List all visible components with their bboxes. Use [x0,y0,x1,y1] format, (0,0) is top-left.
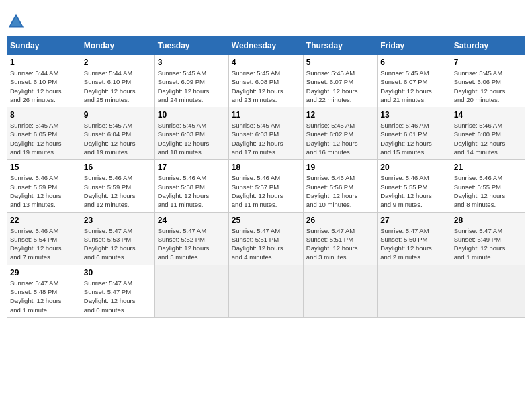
day-info: Sunrise: 5:47 AM Sunset: 5:48 PM Dayligh… [10,279,78,314]
day-number: 29 [10,268,78,277]
day-info: Sunrise: 5:44 AM Sunset: 6:10 PM Dayligh… [10,68,78,104]
calendar-cell: 26Sunrise: 5:47 AM Sunset: 5:51 PM Dayli… [303,212,377,265]
day-number: 27 [380,216,447,225]
calendar-cell: 5Sunrise: 5:45 AM Sunset: 6:07 PM Daylig… [303,55,377,107]
day-info: Sunrise: 5:45 AM Sunset: 6:03 PM Dayligh… [232,121,300,156]
calendar-week-row: 29Sunrise: 5:47 AM Sunset: 5:48 PM Dayli… [7,265,525,317]
calendar-table: SundayMondayTuesdayWednesdayThursdayFrid… [7,36,525,318]
calendar-cell: 1Sunrise: 5:44 AM Sunset: 6:10 PM Daylig… [7,55,81,107]
day-number: 19 [306,163,374,172]
calendar-cell: 13Sunrise: 5:46 AM Sunset: 6:01 PM Dayli… [378,107,451,160]
day-info: Sunrise: 5:47 AM Sunset: 5:51 PM Dayligh… [306,226,374,262]
day-info: Sunrise: 5:47 AM Sunset: 5:50 PM Dayligh… [380,226,447,262]
day-info: Sunrise: 5:46 AM Sunset: 5:54 PM Dayligh… [10,226,78,262]
day-number: 5 [306,58,374,67]
day-number: 22 [10,216,78,225]
calendar-cell: 16Sunrise: 5:46 AM Sunset: 5:59 PM Dayli… [81,160,154,212]
calendar-cell: 2Sunrise: 5:44 AM Sunset: 6:10 PM Daylig… [81,55,154,107]
weekday-header-friday: Friday [378,37,451,55]
calendar-week-row: 1Sunrise: 5:44 AM Sunset: 6:10 PM Daylig… [7,55,525,107]
calendar-cell: 22Sunrise: 5:46 AM Sunset: 5:54 PM Dayli… [7,212,81,265]
weekday-header-sunday: Sunday [7,37,81,55]
calendar-cell: 28Sunrise: 5:47 AM Sunset: 5:49 PM Dayli… [451,212,525,265]
day-info: Sunrise: 5:47 AM Sunset: 5:49 PM Dayligh… [454,226,522,262]
weekday-header-row: SundayMondayTuesdayWednesdayThursdayFrid… [7,37,525,55]
calendar-cell [378,265,451,317]
day-info: Sunrise: 5:45 AM Sunset: 6:08 PM Dayligh… [232,68,300,104]
calendar-cell: 21Sunrise: 5:46 AM Sunset: 5:55 PM Dayli… [451,160,525,212]
calendar-body: 1Sunrise: 5:44 AM Sunset: 6:10 PM Daylig… [7,55,525,318]
day-info: Sunrise: 5:44 AM Sunset: 6:10 PM Dayligh… [84,68,152,104]
calendar-cell [451,265,525,317]
calendar-cell [303,265,377,317]
day-info: Sunrise: 5:45 AM Sunset: 6:09 PM Dayligh… [158,68,226,104]
calendar-cell: 18Sunrise: 5:46 AM Sunset: 5:57 PM Dayli… [228,160,303,212]
weekday-header-wednesday: Wednesday [228,37,303,55]
page-header [7,7,525,31]
calendar-cell: 24Sunrise: 5:47 AM Sunset: 5:52 PM Dayli… [154,212,228,265]
calendar-cell: 3Sunrise: 5:45 AM Sunset: 6:09 PM Daylig… [154,55,228,107]
calendar-week-row: 15Sunrise: 5:46 AM Sunset: 5:59 PM Dayli… [7,160,525,212]
day-info: Sunrise: 5:46 AM Sunset: 6:00 PM Dayligh… [454,121,522,156]
calendar-cell: 6Sunrise: 5:45 AM Sunset: 6:07 PM Daylig… [378,55,451,107]
calendar-cell: 19Sunrise: 5:46 AM Sunset: 5:56 PM Dayli… [303,160,377,212]
day-number: 18 [232,163,300,172]
logo [7,12,28,31]
calendar-cell: 12Sunrise: 5:45 AM Sunset: 6:02 PM Dayli… [303,107,377,160]
day-number: 14 [454,110,522,120]
day-info: Sunrise: 5:46 AM Sunset: 5:59 PM Dayligh… [84,173,152,209]
calendar-cell [154,265,228,317]
calendar-cell: 7Sunrise: 5:45 AM Sunset: 6:06 PM Daylig… [451,55,525,107]
logo-icon [7,12,26,31]
calendar-week-row: 22Sunrise: 5:46 AM Sunset: 5:54 PM Dayli… [7,212,525,265]
day-number: 3 [158,58,226,67]
day-info: Sunrise: 5:46 AM Sunset: 5:55 PM Dayligh… [380,173,447,209]
day-number: 21 [454,163,522,172]
day-number: 11 [232,110,300,120]
weekday-header-tuesday: Tuesday [154,37,228,55]
calendar-cell: 14Sunrise: 5:46 AM Sunset: 6:00 PM Dayli… [451,107,525,160]
day-info: Sunrise: 5:45 AM Sunset: 6:02 PM Dayligh… [306,121,374,156]
day-number: 8 [10,110,78,120]
weekday-header-monday: Monday [81,37,154,55]
calendar-cell: 25Sunrise: 5:47 AM Sunset: 5:51 PM Dayli… [228,212,303,265]
day-info: Sunrise: 5:47 AM Sunset: 5:53 PM Dayligh… [84,226,152,262]
calendar-cell: 30Sunrise: 5:47 AM Sunset: 5:47 PM Dayli… [81,265,154,317]
calendar-cell: 27Sunrise: 5:47 AM Sunset: 5:50 PM Dayli… [378,212,451,265]
calendar-week-row: 8Sunrise: 5:45 AM Sunset: 6:05 PM Daylig… [7,107,525,160]
day-number: 28 [454,216,522,225]
day-info: Sunrise: 5:45 AM Sunset: 6:03 PM Dayligh… [158,121,226,156]
day-info: Sunrise: 5:45 AM Sunset: 6:04 PM Dayligh… [84,121,152,156]
day-info: Sunrise: 5:45 AM Sunset: 6:07 PM Dayligh… [380,68,447,104]
weekday-header-thursday: Thursday [303,37,377,55]
day-info: Sunrise: 5:45 AM Sunset: 6:06 PM Dayligh… [454,68,522,104]
day-number: 20 [380,163,447,172]
day-number: 25 [232,216,300,225]
day-info: Sunrise: 5:45 AM Sunset: 6:07 PM Dayligh… [306,68,374,104]
day-info: Sunrise: 5:46 AM Sunset: 5:59 PM Dayligh… [10,173,78,209]
calendar-cell: 15Sunrise: 5:46 AM Sunset: 5:59 PM Dayli… [7,160,81,212]
day-number: 2 [84,58,152,67]
calendar-cell: 23Sunrise: 5:47 AM Sunset: 5:53 PM Dayli… [81,212,154,265]
day-number: 4 [232,58,300,67]
calendar-cell: 4Sunrise: 5:45 AM Sunset: 6:08 PM Daylig… [228,55,303,107]
day-number: 24 [158,216,226,225]
day-number: 1 [10,58,78,67]
day-number: 6 [380,58,447,67]
day-number: 13 [380,110,447,120]
day-number: 16 [84,163,152,172]
day-number: 12 [306,110,374,120]
day-info: Sunrise: 5:46 AM Sunset: 5:58 PM Dayligh… [158,173,226,209]
calendar-cell: 10Sunrise: 5:45 AM Sunset: 6:03 PM Dayli… [154,107,228,160]
day-number: 26 [306,216,374,225]
day-info: Sunrise: 5:47 AM Sunset: 5:52 PM Dayligh… [158,226,226,262]
day-number: 10 [158,110,226,120]
calendar-cell: 29Sunrise: 5:47 AM Sunset: 5:48 PM Dayli… [7,265,81,317]
calendar-cell [228,265,303,317]
day-number: 30 [84,268,152,277]
calendar-cell: 17Sunrise: 5:46 AM Sunset: 5:58 PM Dayli… [154,160,228,212]
day-number: 7 [454,58,522,67]
day-info: Sunrise: 5:46 AM Sunset: 5:57 PM Dayligh… [232,173,300,209]
day-number: 17 [158,163,226,172]
weekday-header-saturday: Saturday [451,37,525,55]
